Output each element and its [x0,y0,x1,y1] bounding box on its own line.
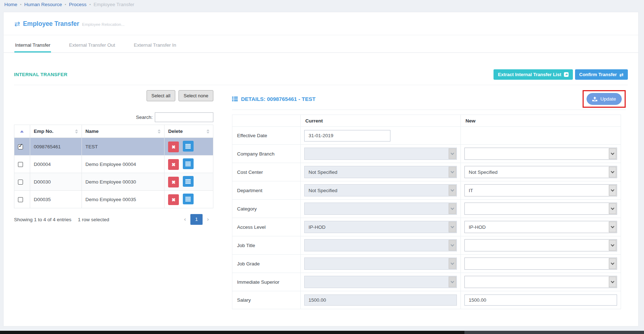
sort-icons [75,129,78,134]
department-new-select[interactable]: IT [464,184,617,196]
update-button[interactable]: Update [587,93,622,105]
exchange-icon: ⇄ [14,20,20,28]
cost-center-new-select[interactable]: Not Specified [464,166,617,178]
tab-internal-transfer[interactable]: Internal Transfer [14,38,51,52]
delete-row-button[interactable]: ✖ [168,142,179,152]
sort-icons [207,129,209,134]
breadcrumb-current: Employee Transfer [93,2,134,7]
details-row-access-level: Access Level IP-HOD IP-HOD [232,218,621,236]
breadcrumb: Home • Human Resource • Process • Employ… [0,0,644,7]
emp-no-cell: D00030 [30,173,82,191]
select-none-button[interactable]: Select none [179,90,213,101]
page-title: Employee Transfer [23,20,79,28]
x-icon: ✖ [172,180,176,185]
field-label: Department [232,181,301,200]
exchange-icon: ⇄ [619,72,624,78]
list-icon [185,197,191,201]
details-row-button[interactable] [183,141,194,152]
details-row-button[interactable] [183,194,194,204]
breadcrumb-process[interactable]: Process [69,2,87,7]
x-icon: ✖ [172,162,176,167]
details-row-salary: Salary [232,291,621,309]
immediate-superior-new-select[interactable] [464,276,617,288]
bottom-bar [0,331,644,334]
chevron-down-icon [449,203,456,214]
search-label: Search: [136,115,153,120]
row-checkbox[interactable]: ✓ [18,144,23,149]
tab-content: INTERNAL TRANSFER Extract Internal Trans… [4,53,638,309]
confirm-transfer-button[interactable]: Confirm Transfer ⇄ [575,69,628,80]
th-list-icon [232,97,238,101]
salary-new-input[interactable] [464,294,617,306]
name-cell: Demo Employee 00030 [82,173,164,191]
details-table: Current New Effective Date Company Branc… [232,115,621,309]
pagination: ‹ 1 › [180,214,213,225]
table-row[interactable]: D00004 Demo Employee 00004 ✖ [14,156,213,173]
row-checkbox[interactable] [18,180,23,185]
table-row[interactable]: D00030 Demo Employee 00030 ✖ [14,173,213,191]
breadcrumb-human-resource[interactable]: Human Resource [24,2,62,7]
chevron-down-icon [609,258,616,269]
search-input[interactable] [155,112,213,122]
field-label: Salary [232,291,301,309]
pagination-page-1[interactable]: 1 [190,214,203,225]
bottom-bar-segment [464,331,644,334]
column-header-emp-no[interactable]: Emp No. [30,125,82,138]
immediate-superior-current-select [304,276,457,288]
column-header-checkbox[interactable] [14,125,30,138]
cost-center-current-select: Not Specified [304,166,457,178]
list-icon [185,179,191,184]
details-row-effective-date: Effective Date [232,127,621,145]
details-header-empty [232,115,301,127]
tab-bar: Internal Transfer External Transfer Out … [4,35,638,53]
breadcrumb-home[interactable]: Home [4,2,17,7]
delete-row-button[interactable]: ✖ [168,159,179,170]
company-branch-current-select [304,148,457,160]
tab-external-transfer-in[interactable]: External Transfer In [133,38,177,52]
sort-icons [158,129,161,134]
breadcrumb-separator: • [65,3,66,6]
job-grade-new-select[interactable] [464,258,617,270]
chevron-down-icon [609,167,616,177]
delete-row-button[interactable]: ✖ [168,194,179,205]
tab-external-transfer-out[interactable]: External Transfer Out [68,38,116,52]
pagination-prev-button[interactable]: ‹ [180,214,190,224]
details-header-new: New [461,115,621,127]
x-icon: ✖ [172,144,176,150]
details-title: DETAILS: 0098765461 - TEST [232,96,315,102]
column-header-name[interactable]: Name [82,125,164,138]
job-title-new-select[interactable] [464,239,617,251]
delete-row-button[interactable]: ✖ [168,177,179,187]
column-header-delete[interactable]: Delete [165,125,213,138]
details-row-button[interactable] [183,176,194,187]
table-row[interactable]: ✓ 0098765461 TEST ✖ [14,138,213,156]
details-row-button[interactable] [183,158,194,169]
effective-date-current-input[interactable] [304,130,390,142]
field-label: Job Title [232,236,301,255]
salary-current-input [304,294,457,306]
upload-icon [592,97,597,101]
access-level-new-select[interactable]: IP-HOD [464,221,617,233]
row-checkbox[interactable] [18,197,23,202]
name-cell: Demo Employee 00035 [82,191,164,208]
details-row-cost-center: Cost Center Not Specified Not Specified [232,163,621,181]
details-head: DETAILS: 0098765461 - TEST Update [232,89,626,109]
row-checkbox[interactable] [18,162,23,167]
department-current-select: Not Specified [304,184,457,196]
breadcrumb-separator: • [20,3,22,6]
field-label: Cost Center [232,163,301,181]
emp-no-cell: 0098765461 [30,138,82,156]
details-divider [232,110,626,110]
company-branch-new-select[interactable] [464,148,617,160]
extract-internal-transfer-list-button[interactable]: Extract Internal Transfer List [494,69,573,80]
chevron-down-icon [609,148,616,159]
select-all-button[interactable]: Select all [147,90,176,101]
list-icon [185,162,191,166]
search-row: Search: [14,112,213,122]
name-cell: Demo Employee 00004 [82,156,164,173]
details-header-row: Current New [232,115,621,127]
breadcrumb-separator: • [89,3,91,6]
category-new-select[interactable] [464,203,617,215]
table-row[interactable]: D00035 Demo Employee 00035 ✖ [14,191,213,208]
pagination-next-button[interactable]: › [203,214,213,224]
